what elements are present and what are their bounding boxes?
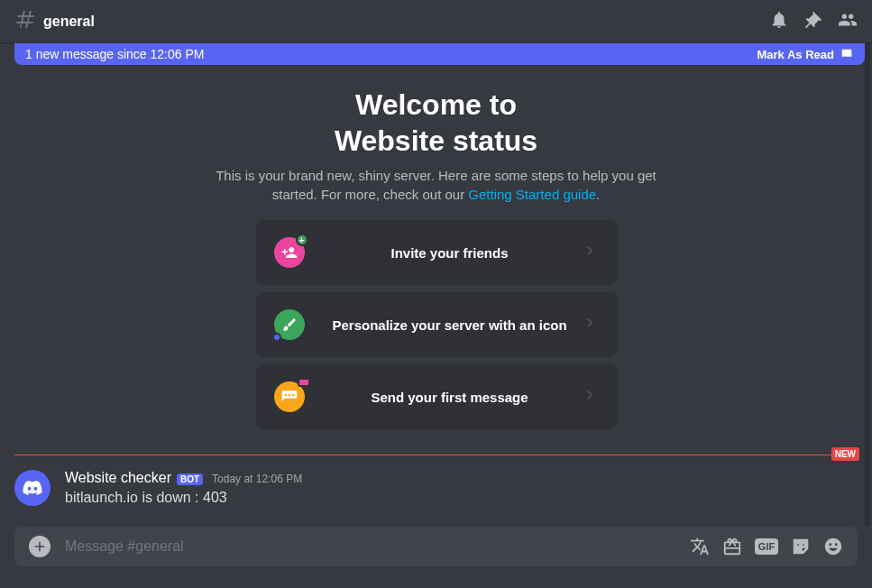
hash-icon [14,9,36,34]
gif-button[interactable]: GIF [755,538,778,555]
first-message-card[interactable]: Send your first message [256,364,617,429]
members-icon[interactable] [838,10,858,33]
welcome-cards: + Invite your friends Personalize your s… [256,220,617,429]
new-message-text: 1 new message since 12:06 PM [25,47,204,61]
mark-as-read-button[interactable]: Mark As Read [757,47,855,61]
translate-icon[interactable] [690,537,710,556]
chevron-right-icon [581,314,599,335]
notifications-icon[interactable] [769,10,789,33]
input-icons: GIF [690,537,843,556]
username[interactable]: Website checker [65,470,171,486]
welcome-title-line2: Website status [335,124,537,157]
emoji-icon[interactable] [823,537,843,556]
welcome-title-line1: Welcome to [355,88,517,121]
channel-header: general [0,0,872,43]
channel-name: general [43,14,95,30]
invite-friends-card[interactable]: + Invite your friends [256,220,617,285]
first-message-label: Send your first message [319,390,581,405]
personalize-label: Personalize your server with an icon [319,317,581,333]
timestamp: Today at 12:06 PM [212,473,302,485]
message-input[interactable]: Message #general [65,538,690,555]
message-content: Website checker BOT Today at 12:06 PM bi… [65,470,858,508]
invite-icon: + [274,237,305,268]
invite-friends-label: Invite your friends [319,245,581,261]
message-item: Website checker BOT Today at 12:06 PM bi… [14,466,858,522]
personalize-icon [274,309,305,340]
new-divider: NEW [14,455,858,455]
welcome-desc-end: . [596,187,600,202]
header-toolbar [769,10,858,33]
chevron-right-icon [581,242,599,263]
welcome-description: This is your brand new, shiny server. He… [211,166,662,204]
attach-button[interactable] [29,536,50,557]
personalize-card[interactable]: Personalize your server with an icon [256,292,617,357]
new-badge: NEW [831,447,859,461]
message-header: Website checker BOT Today at 12:06 PM [65,470,858,486]
welcome-title: Welcome to Website status [211,87,662,159]
scrollbar[interactable] [865,43,870,527]
mark-as-read-label: Mark As Read [757,48,835,61]
new-message-bar[interactable]: 1 new message since 12:06 PM Mark As Rea… [14,43,865,65]
pin-icon[interactable] [803,10,823,33]
avatar[interactable] [14,470,50,506]
welcome-block: Welcome to Website status This is your b… [211,87,662,429]
message-text: bitlaunch.io is down : 403 [65,488,858,508]
message-input-area: Message #general GIF [14,527,858,566]
getting-started-link[interactable]: Getting Started guide [468,187,596,202]
sticker-icon[interactable] [791,537,811,556]
message-icon [274,381,305,412]
gift-icon[interactable] [722,537,742,556]
message-list: Welcome to Website status This is your b… [0,65,872,527]
bot-tag: BOT [177,473,203,485]
chevron-right-icon [581,386,599,408]
